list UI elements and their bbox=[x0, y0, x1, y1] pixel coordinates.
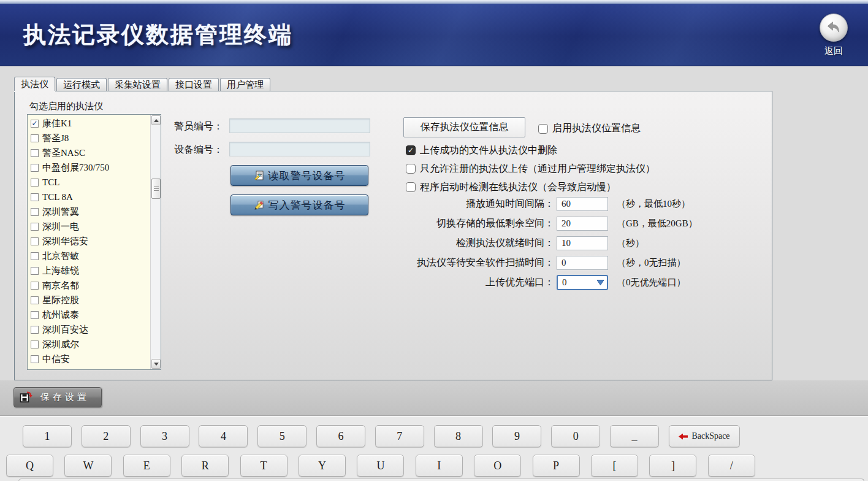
key-9[interactable]: 9 bbox=[492, 425, 541, 447]
device-item[interactable]: 中信安 bbox=[28, 352, 150, 366]
key-0[interactable]: 0 bbox=[551, 425, 600, 447]
security-scan-wait-input[interactable] bbox=[557, 256, 608, 270]
device-checkbox[interactable] bbox=[31, 267, 39, 275]
device-checkbox[interactable] bbox=[31, 296, 39, 304]
device-item[interactable]: 深圳百安达 bbox=[28, 322, 150, 337]
device-checkbox[interactable] bbox=[31, 179, 39, 187]
device-label: 南京名都 bbox=[42, 280, 79, 291]
option-enable-location[interactable]: 启用执法仪位置信息 bbox=[538, 122, 641, 135]
device-checkbox[interactable] bbox=[31, 193, 39, 201]
device-checkbox[interactable] bbox=[31, 252, 39, 260]
police-id-input[interactable] bbox=[229, 118, 370, 133]
key-Q[interactable]: Q bbox=[6, 455, 53, 477]
device-checkbox[interactable] bbox=[31, 134, 39, 142]
device-item[interactable]: 深圳一电 bbox=[28, 219, 150, 234]
key-W[interactable]: W bbox=[64, 455, 112, 477]
key-][interactable]: ] bbox=[649, 455, 696, 477]
key-[[interactable]: [ bbox=[591, 455, 638, 477]
key-4[interactable]: 4 bbox=[199, 425, 248, 447]
device-label: 杭州诚泰 bbox=[42, 309, 79, 321]
setting-label: 上传优先端口： bbox=[396, 276, 554, 289]
device-checkbox[interactable] bbox=[31, 149, 39, 157]
device-item[interactable]: ✓康佳K1 bbox=[28, 116, 150, 131]
save-settings-button[interactable]: 保存设置 bbox=[13, 387, 102, 407]
registered-only-upload-checkbox[interactable] bbox=[406, 164, 416, 174]
back-button[interactable]: 返回 bbox=[815, 13, 852, 57]
key-_[interactable]: _ bbox=[610, 425, 659, 447]
back-circle[interactable] bbox=[820, 13, 848, 42]
bottom-band: 保存设置 bbox=[0, 380, 868, 416]
device-checkbox[interactable] bbox=[31, 237, 39, 245]
device-checkbox[interactable] bbox=[31, 282, 39, 290]
write-id-button[interactable]: 写入警号设备号 bbox=[230, 194, 368, 215]
key-E[interactable]: E bbox=[123, 455, 170, 477]
device-item[interactable]: 深圳华德安 bbox=[28, 234, 150, 248]
key-R[interactable]: R bbox=[181, 455, 229, 477]
device-item[interactable]: 星际控股 bbox=[28, 293, 150, 307]
device-item[interactable]: 深圳威尔 bbox=[28, 337, 150, 352]
tab-采集站设置[interactable]: 采集站设置 bbox=[108, 78, 167, 91]
save-location-button[interactable]: 保存执法仪位置信息 bbox=[403, 117, 525, 137]
key-1[interactable]: 1 bbox=[23, 425, 72, 447]
read-id-button[interactable]: 读取警号设备号 bbox=[230, 165, 368, 186]
device-item[interactable]: 杭州诚泰 bbox=[28, 307, 150, 322]
priority-port-select[interactable]: 0 bbox=[557, 275, 608, 290]
scrollbar-grip-icon bbox=[154, 187, 159, 191]
key-Y[interactable]: Y bbox=[299, 455, 346, 477]
back-button-label: 返回 bbox=[815, 45, 852, 57]
save-disk-icon bbox=[20, 391, 32, 403]
device-item[interactable]: 北京智敏 bbox=[28, 248, 150, 263]
key-P[interactable]: P bbox=[533, 455, 580, 477]
backspace-key-label: BackSpace bbox=[691, 431, 729, 441]
key-6[interactable]: 6 bbox=[316, 425, 365, 447]
setting-row-ready-check-time: 检测执法仪就绪时间：（秒） bbox=[396, 235, 698, 251]
key-8[interactable]: 8 bbox=[434, 425, 483, 447]
device-id-input[interactable] bbox=[229, 142, 370, 156]
min-free-space-input[interactable] bbox=[557, 217, 608, 231]
key-O[interactable]: O bbox=[474, 455, 521, 477]
detect-online-at-startup-checkbox[interactable] bbox=[406, 182, 416, 192]
ready-check-time-input[interactable] bbox=[557, 236, 608, 250]
device-label: TCL bbox=[42, 177, 59, 188]
tab-用户管理[interactable]: 用户管理 bbox=[220, 78, 270, 91]
device-checkbox[interactable] bbox=[31, 223, 39, 231]
key-7[interactable]: 7 bbox=[375, 425, 424, 447]
key-/[interactable]: / bbox=[708, 455, 755, 477]
scroll-down-button[interactable] bbox=[151, 359, 161, 369]
device-item[interactable]: 中盈创展730/750 bbox=[28, 160, 150, 175]
device-item[interactable]: 深圳警翼 bbox=[28, 204, 150, 219]
scroll-up-button[interactable] bbox=[151, 115, 161, 125]
tab-接口设置[interactable]: 接口设置 bbox=[169, 78, 219, 91]
device-item[interactable]: TCL 8A bbox=[28, 190, 150, 204]
delete-after-upload-checkbox[interactable]: ✓ bbox=[406, 145, 416, 155]
device-item[interactable]: 警圣J8 bbox=[28, 131, 150, 145]
device-checkbox[interactable] bbox=[31, 311, 39, 319]
device-item[interactable]: 上海雄锐 bbox=[28, 263, 150, 278]
option-registered-only-upload[interactable]: 只允许注册的执法仪上传（通过用户管理绑定执法仪） bbox=[406, 160, 655, 178]
key-I[interactable]: I bbox=[416, 455, 463, 477]
key-2[interactable]: 2 bbox=[82, 425, 131, 447]
key-T[interactable]: T bbox=[240, 455, 287, 477]
key-3[interactable]: 3 bbox=[140, 425, 189, 447]
device-checkbox[interactable]: ✓ bbox=[31, 120, 39, 128]
scrollbar-thumb[interactable] bbox=[151, 179, 161, 199]
device-item[interactable]: TCL bbox=[28, 175, 150, 190]
device-checkbox[interactable] bbox=[31, 355, 39, 363]
option-detect-online-at-startup[interactable]: 程序启动时检测在线执法仪（会导致启动慢） bbox=[406, 178, 655, 196]
device-checkbox[interactable] bbox=[31, 341, 39, 348]
key-U[interactable]: U bbox=[357, 455, 404, 477]
tab-执法仪[interactable]: 执法仪 bbox=[14, 77, 55, 91]
device-checkbox[interactable] bbox=[31, 326, 39, 334]
device-list-scrollbar[interactable] bbox=[150, 115, 161, 369]
notify-interval-input[interactable] bbox=[557, 197, 608, 211]
backspace-key[interactable]: BackSpace bbox=[669, 425, 740, 447]
option-delete-after-upload[interactable]: ✓上传成功的文件从执法仪中删除 bbox=[406, 141, 655, 160]
device-checkbox[interactable] bbox=[31, 164, 39, 172]
tab-运行模式[interactable]: 运行模式 bbox=[56, 78, 107, 91]
key-5[interactable]: 5 bbox=[257, 425, 306, 447]
device-item[interactable]: 南京名都 bbox=[28, 278, 150, 293]
device-item[interactable]: 警圣NASC bbox=[28, 145, 150, 160]
device-label: 康佳K1 bbox=[42, 118, 72, 129]
enable-location-checkbox[interactable] bbox=[538, 124, 548, 134]
device-checkbox[interactable] bbox=[31, 208, 39, 216]
